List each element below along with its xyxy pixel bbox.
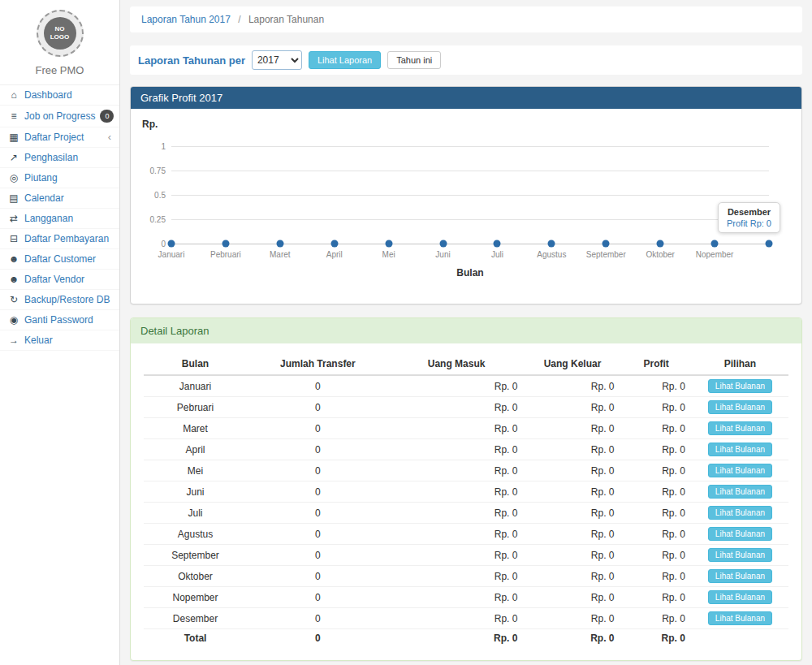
lihat-bulanan-button[interactable]: Lihat Bulanan <box>708 527 772 541</box>
data-point-pebruari[interactable] <box>222 240 229 248</box>
x-tick-label: Pebruari <box>210 250 241 259</box>
column-header: Jumlah Transfer <box>247 353 389 375</box>
data-point-oktober[interactable] <box>657 240 664 248</box>
table-cell: 0 <box>247 375 389 397</box>
count-badge: 0 <box>100 110 114 123</box>
table-cell: Oktober <box>144 566 247 587</box>
logo-stamp: NO LOGO <box>44 17 76 50</box>
money-icon: ◎ <box>8 172 19 184</box>
data-point-juli[interactable] <box>494 240 501 248</box>
x-tick-label: Juni <box>435 250 450 259</box>
table-cell: 0 <box>247 524 389 545</box>
table-cell: Lihat Bulanan <box>692 587 788 608</box>
table-cell: Rp. 0 <box>621 608 692 629</box>
table-cell: Rp. 0 <box>621 418 692 439</box>
sidebar-item-penghasilan[interactable]: ↗Penghasilan <box>0 148 119 168</box>
lihat-bulanan-button[interactable]: Lihat Bulanan <box>708 400 772 414</box>
table-cell: Rp. 0 <box>524 481 620 503</box>
gridline <box>171 195 769 196</box>
sidebar-menu: ⌂Dashboard≡Job on Progress0▦Daftar Proje… <box>0 85 119 351</box>
lock-icon: ◉ <box>8 314 19 326</box>
sidebar-item-daftar-vendor[interactable]: ☻Daftar Vendor <box>0 270 119 290</box>
lihat-bulanan-button[interactable]: Lihat Bulanan <box>708 590 772 604</box>
table-cell: Rp. 0 <box>524 587 620 608</box>
sidebar-item-dashboard[interactable]: ⌂Dashboard <box>0 85 119 106</box>
sidebar-item-job-on-progress[interactable]: ≡Job on Progress0 <box>0 106 119 127</box>
data-point-nopember[interactable] <box>711 240 719 248</box>
report-table-wrap: BulanJumlah TransferUang MasukUang Kelua… <box>131 343 801 660</box>
x-tick-label: Nopember <box>696 250 734 259</box>
table-cell: Rp. 0 <box>389 608 525 629</box>
lihat-bulanan-button[interactable]: Lihat Bulanan <box>708 569 772 583</box>
data-point-juni[interactable] <box>439 240 447 248</box>
sidebar-item-label: Backup/Restore DB <box>24 294 110 305</box>
logo-text: NO LOGO <box>50 25 71 41</box>
data-point-mei[interactable] <box>385 240 392 248</box>
data-point-maret[interactable] <box>276 240 283 248</box>
profit-chart: Rp. Desember Profit Rp: 0 Bulan 00.250.5… <box>131 109 801 304</box>
lihat-bulanan-button[interactable]: Lihat Bulanan <box>708 506 772 520</box>
year-select[interactable]: 2017 <box>252 50 302 70</box>
report-filter-bar: Laporan Tahunan per 2017 Lihat Laporan T… <box>130 45 802 75</box>
sidebar-item-label: Ganti Password <box>24 314 93 326</box>
table-cell: Rp. 0 <box>621 460 692 481</box>
table-cell: Rp. 0 <box>389 481 525 503</box>
table-cell: 0 <box>247 629 389 648</box>
lihat-bulanan-button[interactable]: Lihat Bulanan <box>708 421 772 435</box>
y-tick-label: 0.5 <box>154 191 166 200</box>
data-point-januari[interactable] <box>168 240 175 248</box>
x-tick-label: April <box>326 250 343 259</box>
lihat-bulanan-button[interactable]: Lihat Bulanan <box>708 464 772 477</box>
table-cell: Lihat Bulanan <box>692 397 788 418</box>
y-tick-label: 0.25 <box>150 215 166 224</box>
dashboard-icon: ⌂ <box>8 89 19 101</box>
table-cell: Rp. 0 <box>524 566 620 587</box>
sidebar-item-backup-restore-db[interactable]: ↻Backup/Restore DB <box>0 290 119 310</box>
payment-icon: ⊟ <box>8 233 19 244</box>
report-table-body: Januari0Rp. 0Rp. 0Rp. 0Lihat BulananPebr… <box>144 375 788 647</box>
tahun-ini-button[interactable]: Tahun ini <box>387 51 441 69</box>
table-cell: Rp. 0 <box>621 524 692 545</box>
sidebar-item-label: Piutang <box>24 172 58 184</box>
main-content: Laporan Tahun 2017 / Laporan Tahunan Lap… <box>120 0 812 665</box>
sidebar-item-langganan[interactable]: ⇄Langganan <box>0 209 119 229</box>
lihat-laporan-button[interactable]: Lihat Laporan <box>309 51 381 69</box>
chart-panel-title: Grafik Profit 2017 <box>131 87 801 109</box>
sidebar-item-label: Daftar Project <box>24 132 84 143</box>
sidebar-item-daftar-project[interactable]: ▦Daftar Project‹ <box>0 127 119 148</box>
report-table-head-row: BulanJumlah TransferUang MasukUang Kelua… <box>144 353 788 375</box>
gridline <box>171 146 769 147</box>
sidebar-item-daftar-pembayaran[interactable]: ⊟Daftar Pembayaran <box>0 229 119 249</box>
data-point-april[interactable] <box>330 240 338 248</box>
table-cell: April <box>144 439 247 460</box>
table-cell: Lihat Bulanan <box>692 439 788 460</box>
table-cell: Mei <box>144 460 247 481</box>
lihat-bulanan-button[interactable]: Lihat Bulanan <box>708 379 772 393</box>
table-cell <box>692 629 788 648</box>
data-point-agustus[interactable] <box>548 240 555 248</box>
lihat-bulanan-button[interactable]: Lihat Bulanan <box>708 611 772 625</box>
sidebar-item-ganti-password[interactable]: ◉Ganti Password <box>0 310 119 330</box>
lihat-bulanan-button[interactable]: Lihat Bulanan <box>708 443 772 456</box>
table-cell: Lihat Bulanan <box>692 375 788 397</box>
column-header: Pilihan <box>692 353 788 375</box>
breadcrumb-link-laporan-tahun[interactable]: Laporan Tahun 2017 <box>141 14 231 25</box>
table-row: Maret0Rp. 0Rp. 0Rp. 0Lihat Bulanan <box>144 418 788 439</box>
sidebar-item-keluar[interactable]: →Keluar <box>0 330 119 351</box>
sidebar-item-daftar-customer[interactable]: ☻Daftar Customer <box>0 249 119 270</box>
filter-label: Laporan Tahunan per <box>138 54 245 67</box>
data-point-september[interactable] <box>603 240 610 248</box>
sidebar-item-piutang[interactable]: ◎Piutang <box>0 168 119 188</box>
users-icon: ☻ <box>8 253 19 265</box>
table-cell: Lihat Bulanan <box>692 566 788 587</box>
table-cell: Rp. 0 <box>389 439 525 460</box>
table-cell: Pebruari <box>144 397 247 418</box>
x-tick-label: Agustus <box>537 250 566 259</box>
table-cell: Total <box>144 629 247 648</box>
table-cell: Rp. 0 <box>389 503 525 524</box>
sidebar-item-calendar[interactable]: ▤Calendar <box>0 188 119 209</box>
detail-panel-title: Detail Laporan <box>131 318 801 343</box>
lihat-bulanan-button[interactable]: Lihat Bulanan <box>708 485 772 499</box>
lihat-bulanan-button[interactable]: Lihat Bulanan <box>708 548 772 562</box>
data-point-desember[interactable] <box>766 240 773 248</box>
